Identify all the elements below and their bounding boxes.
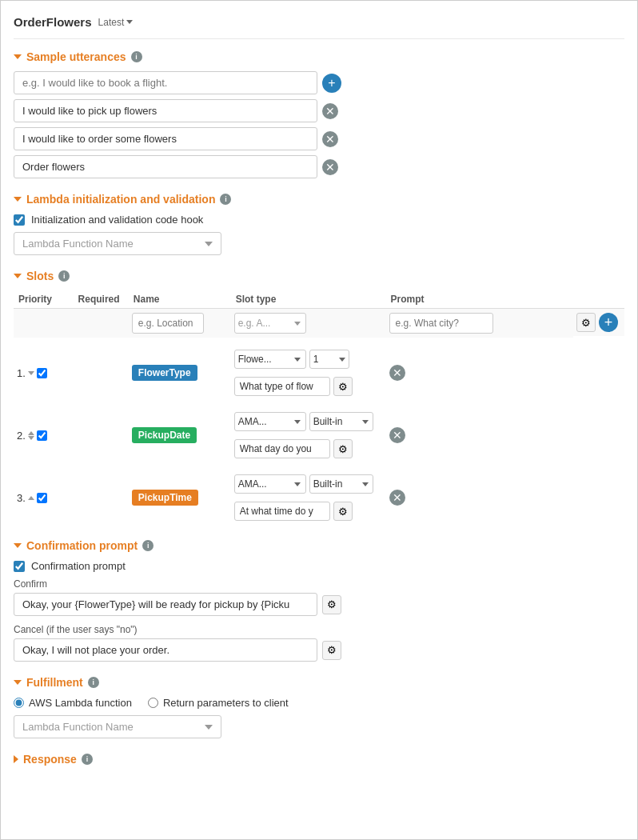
- utterance-input-2[interactable]: [14, 127, 317, 150]
- pickuptime-name-badge: PickupTime: [132, 490, 198, 506]
- lambda-header: Lambda initialization and validation i: [14, 193, 624, 206]
- response-toggle[interactable]: [14, 755, 18, 763]
- flowertype-prompt-input[interactable]: [234, 377, 330, 396]
- response-header: Response i: [14, 753, 624, 766]
- fulfillment-info-icon[interactable]: i: [88, 677, 99, 688]
- col-name-header: Name: [129, 290, 231, 309]
- version-badge[interactable]: Latest: [98, 17, 134, 28]
- sample-utterances-title: Sample utterances: [26, 50, 126, 63]
- remove-utterance-1-button[interactable]: ✕: [322, 103, 338, 119]
- return-radio-option[interactable]: Return parameters to client: [148, 697, 289, 709]
- flowertype-gear-button[interactable]: ⚙: [333, 377, 353, 396]
- lambda-checkbox-label: Initialization and validation code hook: [31, 214, 203, 226]
- new-slot-name-input[interactable]: [132, 313, 204, 334]
- pickuptime-required-checkbox[interactable]: [37, 493, 47, 503]
- col-required-header: Required: [74, 290, 129, 309]
- fulfillment-section: Fulfillment i AWS Lambda function Return…: [14, 676, 624, 738]
- page-header: OrderFlowers Latest: [14, 9, 624, 39]
- slots-section: Slots i Priority Required Name Slot type…: [14, 270, 624, 525]
- confirmation-section: Confirmation prompt i Confirmation promp…: [14, 539, 624, 662]
- lambda-function-select[interactable]: Lambda Function Name: [14, 232, 221, 255]
- pickuptime-gear-button[interactable]: ⚙: [333, 502, 353, 521]
- fulfillment-function-select[interactable]: Lambda Function Name: [14, 715, 221, 738]
- lambda-section: Lambda initialization and validation i I…: [14, 193, 624, 255]
- lambda-toggle[interactable]: [14, 197, 22, 202]
- lambda-toggle-icon: [14, 197, 22, 202]
- slots-header-row: Priority Required Name Slot type Prompt: [14, 290, 624, 309]
- confirmation-info-icon[interactable]: i: [142, 540, 154, 551]
- flowertype-down-arrow[interactable]: [28, 371, 34, 375]
- pickuptime-version-select[interactable]: Built-in: [309, 474, 373, 494]
- pickuptime-type-select[interactable]: AMA...: [234, 474, 306, 494]
- lambda-info-icon[interactable]: i: [220, 194, 231, 205]
- pickupdate-name-badge: PickupDate: [132, 427, 197, 443]
- new-utterance-input[interactable]: [14, 71, 317, 94]
- fulfillment-toggle[interactable]: [14, 680, 22, 685]
- utterance-input-1[interactable]: [14, 99, 317, 122]
- confirmation-checkbox-row: Confirmation prompt: [14, 560, 624, 572]
- lambda-checkbox[interactable]: [14, 214, 25, 226]
- lambda-title: Lambda initialization and validation: [26, 193, 215, 206]
- col-prompt-header: Prompt: [386, 290, 573, 309]
- cancel-label: Cancel (if the user says "no"): [14, 624, 624, 635]
- pickupdate-type-select[interactable]: AMA...: [234, 412, 306, 431]
- page-title: OrderFlowers: [14, 15, 92, 29]
- return-radio[interactable]: [148, 698, 158, 708]
- new-slot-type-select[interactable]: e.g. A...: [234, 313, 306, 334]
- confirmation-toggle[interactable]: [14, 543, 22, 548]
- pickupdate-version-select[interactable]: Built-in: [309, 412, 373, 431]
- cancel-gear-button[interactable]: ⚙: [322, 641, 341, 660]
- slots-title: Slots: [26, 270, 54, 282]
- pickupdate-gear-button[interactable]: ⚙: [333, 439, 353, 458]
- flowertype-type-select[interactable]: Flowe...: [234, 350, 306, 369]
- new-slot-gear-button[interactable]: ⚙: [576, 313, 596, 332]
- sample-utterances-toggle[interactable]: [14, 54, 22, 59]
- slot-row-pickupdate: 2. PickupDate: [14, 408, 624, 462]
- utterance-item-1: ✕: [14, 99, 624, 122]
- remove-utterance-3-button[interactable]: ✕: [322, 159, 338, 175]
- lambda-radio[interactable]: [14, 698, 24, 708]
- slots-toggle[interactable]: [14, 274, 22, 278]
- confirm-gear-button[interactable]: ⚙: [322, 595, 341, 614]
- confirmation-toggle-icon: [14, 543, 22, 548]
- confirmation-header: Confirmation prompt i: [14, 539, 624, 552]
- pickupdate-sort-arrows: [28, 431, 34, 440]
- flowertype-required-checkbox[interactable]: [37, 368, 47, 378]
- remove-pickupdate-button[interactable]: ✕: [389, 427, 405, 443]
- slots-toggle-icon: [14, 274, 22, 278]
- cancel-text-input[interactable]: [14, 638, 317, 662]
- slots-info-icon[interactable]: i: [58, 270, 70, 282]
- slot-row-flowertype: 1. FlowerType Flowe...: [14, 346, 624, 400]
- confirmation-checkbox[interactable]: [14, 561, 25, 572]
- pickupdate-prompt-input[interactable]: [234, 439, 330, 458]
- fulfillment-toggle-icon: [14, 680, 22, 685]
- pickuptime-priority-controls: 3.: [17, 492, 70, 504]
- slot-row-pickuptime: 3. PickupTime AMA...: [14, 470, 624, 525]
- flowertype-name-badge: FlowerType: [132, 365, 197, 381]
- utterance-input-3[interactable]: [14, 155, 317, 178]
- return-radio-label: Return parameters to client: [163, 697, 289, 709]
- sample-utterances-section: Sample utterances i + ✕ ✕ ✕: [14, 50, 624, 178]
- remove-pickuptime-button[interactable]: ✕: [389, 490, 405, 506]
- confirmation-title: Confirmation prompt: [26, 539, 138, 552]
- flowertype-version-select[interactable]: 1: [309, 350, 349, 369]
- utterance-item-3: ✕: [14, 155, 624, 178]
- pickupdate-required-checkbox[interactable]: [37, 430, 47, 441]
- remove-flowertype-button[interactable]: ✕: [389, 365, 405, 381]
- add-utterance-button[interactable]: +: [322, 74, 341, 93]
- new-slot-prompt-input[interactable]: [389, 313, 493, 334]
- pickupdate-up-arrow[interactable]: [28, 431, 34, 435]
- col-slottype-header: Slot type: [231, 290, 386, 309]
- response-section: Response i: [14, 753, 624, 766]
- confirm-text-input[interactable]: [14, 593, 317, 616]
- response-title: Response: [23, 753, 77, 766]
- sample-utterances-info-icon[interactable]: i: [131, 51, 142, 62]
- response-info-icon[interactable]: i: [82, 754, 93, 765]
- pickupdate-down-arrow[interactable]: [28, 436, 34, 440]
- pickuptime-up-arrow[interactable]: [28, 496, 34, 500]
- cancel-input-row: ⚙: [14, 638, 624, 662]
- pickuptime-prompt-input[interactable]: [234, 502, 330, 521]
- add-slot-button[interactable]: +: [599, 313, 618, 332]
- lambda-radio-option[interactable]: AWS Lambda function: [14, 697, 132, 709]
- remove-utterance-2-button[interactable]: ✕: [322, 131, 338, 147]
